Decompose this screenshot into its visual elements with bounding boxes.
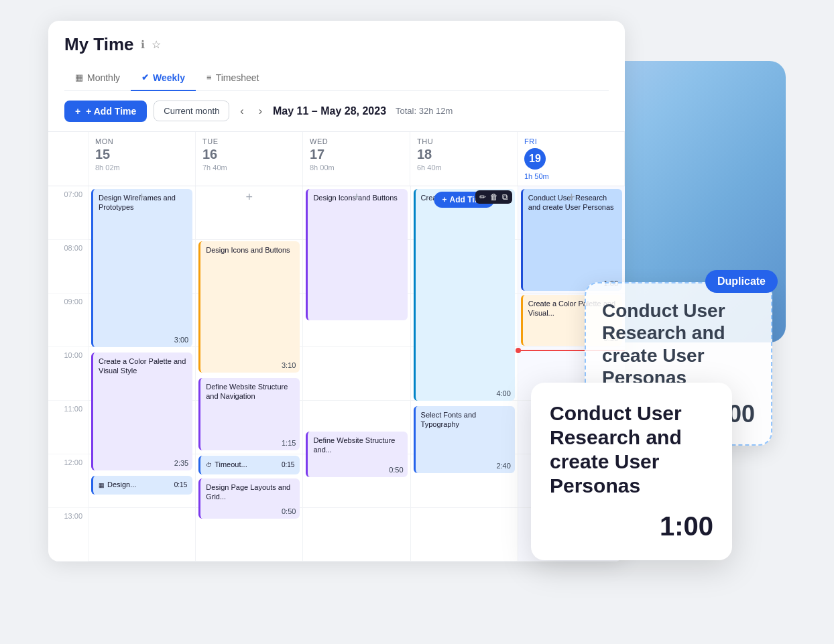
time-0700: 07:00 xyxy=(48,186,88,240)
thu-label: Thu xyxy=(417,137,510,145)
col-thu: + Add Time ✏ 🗑 ⧉ Create Visual Content 4… xyxy=(411,186,518,562)
total-label: Total: 32h 12m xyxy=(396,106,453,116)
event-duration: 3:10 xyxy=(282,361,296,369)
header-wed: Wed 17 8h 00m xyxy=(303,132,410,186)
header-time-col xyxy=(48,132,88,186)
header-tue: Tue 16 7h 40m xyxy=(196,132,303,186)
title-row: My Time ℹ ☆ xyxy=(64,34,609,55)
time-0900: 09:00 xyxy=(48,294,88,347)
tab-weekly[interactable]: ✔ Weekly xyxy=(131,66,196,91)
add-time-tue[interactable]: + xyxy=(246,190,253,204)
time-1200: 12:00 xyxy=(48,454,88,508)
monthly-tab-icon: ▦ xyxy=(75,72,83,82)
toolbar: + + Add Time Current month ‹ › May 11 – … xyxy=(48,91,625,132)
event-title: Design Icons and Buttons xyxy=(206,245,294,255)
event-title: Design... xyxy=(107,480,136,489)
header: My Time ℹ ☆ ▦ Monthly ✔ Weekly ≡ Timeshe… xyxy=(48,21,625,91)
mon-label: Mon xyxy=(95,137,188,145)
add-time-icon: + xyxy=(75,106,80,117)
event-thu-2[interactable]: Select Fonts and Typography 2:40 xyxy=(414,406,515,473)
col-mon: + Design Wireframes and Prototypes 3:00 … xyxy=(88,186,196,562)
wed-hours: 8h 00m xyxy=(310,164,403,172)
copy-icon[interactable]: ⧉ xyxy=(502,192,508,202)
time-column: 07:00 08:00 09:00 10:00 11:00 12:00 13:0… xyxy=(48,186,88,562)
mon-number: 15 xyxy=(95,147,188,162)
event-wed-2[interactable]: Define Website Structure and... 0:50 xyxy=(306,432,407,477)
popup-front-time: 1:00 xyxy=(550,511,713,541)
tue-label: Tue xyxy=(202,137,296,145)
time-0800: 08:00 xyxy=(48,240,88,294)
grid-header: Mon 15 8h 02m Tue 16 7h 40m Wed 17 8h 00… xyxy=(48,132,625,186)
thu-number: 18 xyxy=(417,147,510,162)
tab-weekly-label: Weekly xyxy=(153,72,185,83)
col-tue: + Design Icons and Buttons 3:10 Define W… xyxy=(196,186,303,562)
add-time-wed[interactable]: + xyxy=(353,190,361,204)
tab-monthly-label: Monthly xyxy=(87,72,120,83)
add-time-button[interactable]: + + Add Time xyxy=(64,101,147,122)
date-range: May 11 – May 28, 2023 xyxy=(273,105,386,117)
time-1300: 13:00 xyxy=(48,508,88,562)
header-fri: Fri 19 1h 50m xyxy=(518,132,625,186)
hour-line xyxy=(303,508,410,562)
event-action-toolbar: ✏ 🗑 ⧉ xyxy=(475,190,512,204)
event-duration: 0:50 xyxy=(282,507,296,515)
edit-icon[interactable]: ✏ xyxy=(479,192,486,202)
event-title: Timeout... xyxy=(215,460,247,469)
add-time-mon[interactable]: + xyxy=(138,190,145,204)
timesheet-tab-icon: ≡ xyxy=(206,72,212,82)
header-mon: Mon 15 8h 02m xyxy=(88,132,196,186)
star-icon[interactable]: ☆ xyxy=(152,38,161,51)
next-nav-button[interactable]: › xyxy=(255,103,266,120)
col-wed: + Design Icons and Buttons Define Websit… xyxy=(303,186,410,562)
event-duration: 3:00 xyxy=(174,336,188,344)
event-mon-3[interactable]: ▦ Design... 0:15 xyxy=(91,476,192,495)
event-tue-3[interactable]: ⏱ Timeout... 0:15 xyxy=(198,456,300,474)
info-icon[interactable]: ℹ xyxy=(141,38,145,51)
event-title: Create a Color Palette and Visual Style xyxy=(99,357,187,376)
event-tue-1[interactable]: Design Icons and Buttons 3:10 xyxy=(198,241,300,373)
prev-nav-button[interactable]: ‹ xyxy=(236,103,247,120)
tab-timesheet[interactable]: ≡ Timesheet xyxy=(196,66,270,91)
event-icon: ▦ xyxy=(99,482,105,489)
fri-label: Fri xyxy=(524,137,617,145)
event-mon-2[interactable]: Create a Color Palette and Visual Style … xyxy=(91,352,192,470)
hour-line xyxy=(88,508,195,562)
thu-hours: 6h 40m xyxy=(417,164,510,172)
current-month-button[interactable]: Current month xyxy=(154,101,229,121)
event-thu-1[interactable]: ✏ 🗑 ⧉ Create Visual Content 4:00 xyxy=(414,189,515,401)
event-duration: 0:15 xyxy=(174,481,187,489)
event-tue-2[interactable]: Define Website Structure and Navigation … xyxy=(198,378,300,450)
popup-back-title: Conduct User Research and create User Pe… xyxy=(602,300,755,389)
event-tue-4[interactable]: Design Page Layouts and Grid... 0:50 xyxy=(198,478,300,519)
header-thu: Thu 18 6h 40m xyxy=(410,132,518,186)
fri-hours: 1h 50m xyxy=(524,172,617,180)
event-title: Design Page Layouts and Grid... xyxy=(206,482,294,502)
event-duration: 4:00 xyxy=(496,389,510,397)
event-duration: 2:35 xyxy=(174,459,188,467)
wed-number: 17 xyxy=(310,147,403,162)
weekly-tab-icon: ✔ xyxy=(141,72,149,82)
tab-monthly[interactable]: ▦ Monthly xyxy=(64,66,131,91)
delete-icon[interactable]: 🗑 xyxy=(490,192,498,202)
hour-line xyxy=(411,508,518,562)
event-duration: 2:40 xyxy=(496,462,510,470)
mon-hours: 8h 02m xyxy=(95,164,188,172)
event-duration: 0:15 xyxy=(282,461,294,468)
add-time-fri[interactable]: + xyxy=(568,190,575,204)
event-title: Define Website Structure and Navigation xyxy=(206,382,294,401)
popup-front-title: Conduct User Research and create User Pe… xyxy=(550,401,713,498)
time-1100: 11:00 xyxy=(48,401,88,454)
wed-label: Wed xyxy=(310,137,403,145)
event-wed-1[interactable]: Design Icons and Buttons xyxy=(306,189,407,320)
duplicate-badge[interactable]: Duplicate xyxy=(705,270,778,293)
event-duration: 0:50 xyxy=(389,466,403,474)
popup-card-front: Conduct User Research and create User Pe… xyxy=(531,383,732,560)
outer-wrapper: Duplicate Conduct User Research and crea… xyxy=(48,21,786,624)
event-mon-1[interactable]: Design Wireframes and Prototypes 3:00 xyxy=(91,189,192,347)
plus-icon: + xyxy=(442,195,446,204)
hour-line xyxy=(303,347,410,401)
time-1000: 10:00 xyxy=(48,347,88,401)
fri-number: 19 xyxy=(524,148,546,170)
tabs-row: ▦ Monthly ✔ Weekly ≡ Timesheet xyxy=(64,66,609,91)
add-time-label: + Add Time xyxy=(86,106,136,117)
